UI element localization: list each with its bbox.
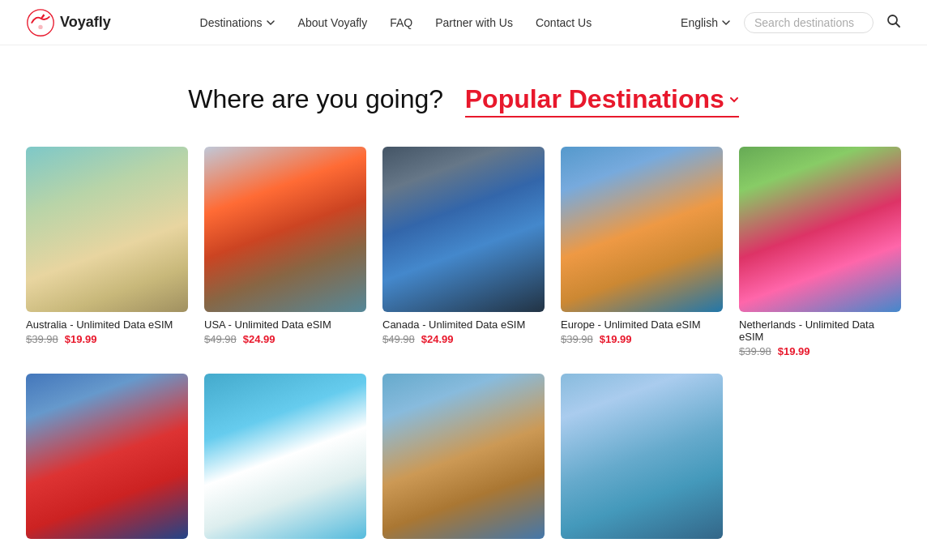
- card-image-netherlands: [739, 147, 901, 312]
- search-placeholder-text: Search destinations: [754, 16, 854, 29]
- main-nav: Destinations About Voyafly FAQ Partner w…: [200, 16, 592, 29]
- card-title-australia: Australia - Unlimited Data eSIM: [26, 318, 188, 331]
- logo[interactable]: Voyafly: [26, 8, 111, 37]
- card-image-australia: [26, 147, 188, 312]
- popular-destinations-label[interactable]: Popular Destinations: [465, 84, 739, 118]
- card-title-usa: USA - Unlimited Data eSIM: [204, 318, 366, 331]
- nav-about[interactable]: About Voyafly: [298, 16, 368, 29]
- price-sale-netherlands: $19.99: [778, 345, 810, 357]
- language-label: English: [681, 16, 718, 29]
- logo-text: Voyafly: [60, 14, 111, 31]
- main-content: Where are you going? Popular Destination…: [0, 45, 927, 560]
- card-title-canada: Canada - Unlimited Data eSIM: [382, 318, 545, 331]
- destinations-row-1: Australia - Unlimited Data eSIM $39.98 $…: [26, 147, 901, 357]
- language-selector[interactable]: English: [681, 16, 731, 29]
- price-sale-usa: $24.99: [243, 333, 276, 345]
- nav-faq[interactable]: FAQ: [390, 16, 412, 29]
- price-sale-australia: $19.99: [65, 333, 97, 345]
- card-image-germany: [561, 374, 723, 539]
- price-sale-canada: $24.99: [421, 333, 454, 345]
- price-original-canada: $49.98: [382, 333, 415, 345]
- destination-card-europe[interactable]: Europe - Unlimited Data eSIM $39.98 $19.…: [561, 147, 723, 357]
- card-image-canada: [382, 147, 545, 312]
- card-prices-europe: $39.98 $19.99: [561, 333, 723, 345]
- card-title-europe: Europe - Unlimited Data eSIM: [561, 318, 723, 331]
- destination-card-canada[interactable]: Canada - Unlimited Data eSIM $49.98 $24.…: [382, 147, 545, 357]
- destination-card-germany[interactable]: [561, 374, 723, 539]
- search-icon[interactable]: [886, 14, 901, 32]
- card-image-uk: [26, 374, 188, 539]
- destination-card-uk[interactable]: [26, 374, 188, 539]
- price-sale-europe: $19.99: [600, 333, 632, 345]
- destinations-row-2: [26, 374, 901, 539]
- header-right: English Search destinations: [681, 12, 901, 33]
- card-image-greece: [204, 374, 366, 539]
- destination-card-netherlands[interactable]: Netherlands - Unlimited Data eSIM $39.98…: [739, 147, 901, 357]
- card-image-usa: [204, 147, 366, 312]
- nav-contact[interactable]: Contact Us: [536, 16, 592, 29]
- destination-card-greece[interactable]: [204, 374, 366, 539]
- price-original-australia: $39.98: [26, 333, 58, 345]
- svg-point-1: [38, 24, 42, 28]
- card-prices-netherlands: $39.98 $19.99: [739, 345, 901, 357]
- destination-card-italy[interactable]: [382, 374, 545, 539]
- card-prices-usa: $49.98 $24.99: [204, 333, 366, 345]
- site-header: Voyafly Destinations About Voyafly FAQ P…: [0, 0, 927, 45]
- price-original-netherlands: $39.98: [739, 345, 771, 357]
- card-prices-canada: $49.98 $24.99: [382, 333, 545, 345]
- nav-partner[interactable]: Partner with Us: [435, 16, 513, 29]
- card-image-italy: [382, 374, 545, 539]
- price-original-europe: $39.98: [561, 333, 593, 345]
- destination-card-usa[interactable]: USA - Unlimited Data eSIM $49.98 $24.99: [204, 147, 366, 357]
- search-bar[interactable]: Search destinations: [744, 12, 874, 33]
- card-image-europe: [561, 147, 723, 312]
- price-original-usa: $49.98: [204, 333, 237, 345]
- destination-card-australia[interactable]: Australia - Unlimited Data eSIM $39.98 $…: [26, 147, 188, 357]
- nav-destinations[interactable]: Destinations: [200, 16, 276, 29]
- hero-prefix: Where are you going?: [188, 84, 443, 113]
- card-title-netherlands: Netherlands - Unlimited Data eSIM: [739, 318, 901, 343]
- hero-heading: Where are you going? Popular Destination…: [26, 84, 901, 118]
- card-prices-australia: $39.98 $19.99: [26, 333, 188, 345]
